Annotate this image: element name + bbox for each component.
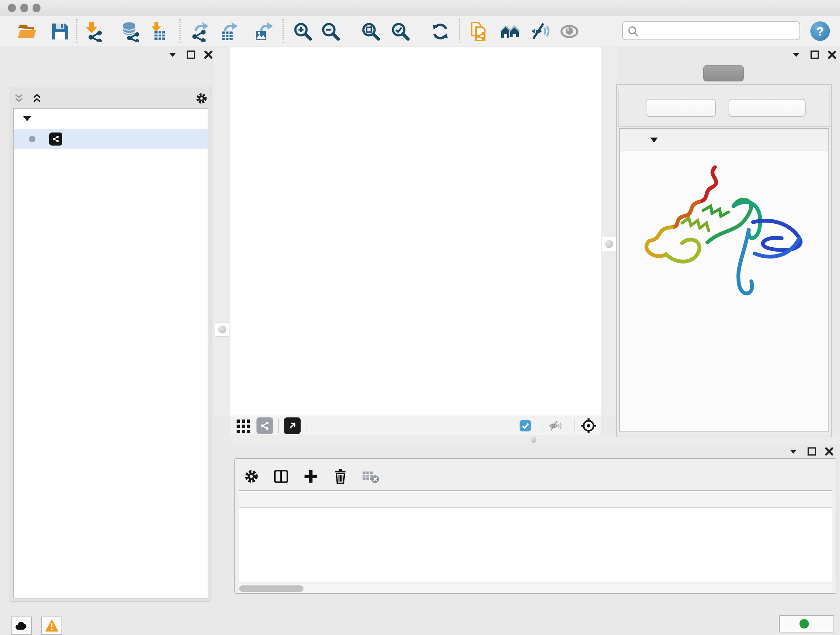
memory-button[interactable] bbox=[779, 615, 834, 632]
window-close-icon[interactable] bbox=[8, 4, 16, 12]
collection-expand-icon[interactable] bbox=[23, 116, 31, 121]
table-hscrollbar-thumb[interactable] bbox=[239, 585, 303, 592]
control-panel bbox=[4, 47, 214, 603]
cloud-status-button[interactable] bbox=[11, 616, 32, 635]
add-column-icon[interactable] bbox=[303, 469, 319, 485]
gene-section-header[interactable] bbox=[620, 129, 829, 151]
help-button[interactable]: ? bbox=[810, 21, 830, 41]
memory-status-dot-icon bbox=[799, 619, 809, 629]
network-tab-content bbox=[9, 87, 212, 602]
zoom-out-icon[interactable] bbox=[320, 21, 341, 42]
collapse-all-button[interactable] bbox=[729, 99, 806, 117]
panel-menu-icon[interactable] bbox=[791, 49, 802, 60]
clone-network-icon[interactable] bbox=[469, 21, 489, 42]
panel-menu-icon[interactable] bbox=[167, 49, 178, 60]
network-share-icon[interactable] bbox=[256, 417, 273, 434]
section-collapse-icon[interactable] bbox=[649, 134, 660, 145]
home-networks-icon[interactable] bbox=[500, 21, 521, 42]
zoom-in-icon[interactable] bbox=[292, 21, 313, 42]
import-network-from-database-icon[interactable] bbox=[121, 21, 142, 42]
node-table bbox=[239, 491, 832, 582]
gene-description bbox=[620, 151, 829, 157]
hidden-eye-icon[interactable] bbox=[548, 419, 564, 432]
table-panel bbox=[234, 444, 837, 608]
toolbar-separator bbox=[283, 19, 284, 43]
search-box bbox=[622, 21, 800, 40]
export-network-icon[interactable] bbox=[189, 21, 210, 42]
show-eye-icon[interactable] bbox=[559, 21, 580, 42]
status-bar bbox=[0, 612, 840, 635]
expand-all-icon[interactable] bbox=[31, 93, 43, 104]
toolbar-separator bbox=[180, 19, 180, 43]
panel-float-icon[interactable] bbox=[810, 50, 820, 60]
refresh-icon[interactable] bbox=[430, 21, 451, 42]
gene-section bbox=[619, 128, 829, 432]
birdseye-grid-icon[interactable] bbox=[235, 418, 251, 434]
delete-column-icon[interactable] bbox=[332, 469, 348, 485]
window-minimize-icon[interactable] bbox=[20, 4, 28, 12]
cloud-icon bbox=[14, 619, 28, 632]
right-splitter[interactable] bbox=[601, 47, 617, 416]
fit-crosshair-icon[interactable] bbox=[580, 417, 597, 434]
import-table-icon[interactable] bbox=[148, 21, 169, 42]
import-network-icon[interactable] bbox=[83, 21, 104, 42]
table-header-row bbox=[239, 491, 832, 508]
delete-table-icon[interactable] bbox=[362, 469, 379, 484]
table-hscrollbar[interactable] bbox=[239, 584, 832, 593]
right-splitter-handle[interactable] bbox=[602, 237, 616, 251]
network-canvas[interactable] bbox=[231, 47, 601, 416]
collapse-all-icon[interactable] bbox=[13, 93, 25, 104]
panel-close-icon[interactable] bbox=[203, 50, 213, 60]
app-window: ? bbox=[0, 0, 840, 635]
left-splitter-handle[interactable] bbox=[215, 322, 229, 337]
open-in-window-icon[interactable] bbox=[284, 417, 301, 434]
network-list bbox=[13, 108, 208, 599]
export-table-icon[interactable] bbox=[218, 21, 240, 42]
panel-close-icon[interactable] bbox=[824, 447, 834, 456]
string-results-box bbox=[616, 84, 832, 437]
hide-selected-icon[interactable] bbox=[530, 21, 551, 42]
window-zoom-icon[interactable] bbox=[33, 4, 41, 12]
search-input[interactable] bbox=[622, 21, 800, 40]
horizontal-splitter-handle[interactable] bbox=[531, 437, 537, 443]
zoom-fit-icon[interactable] bbox=[360, 21, 381, 42]
expand-all-button[interactable] bbox=[646, 99, 716, 117]
left-splitter[interactable] bbox=[214, 47, 231, 416]
results-panel bbox=[616, 47, 837, 438]
zoom-selected-icon[interactable] bbox=[390, 21, 411, 42]
network-view-toolbar bbox=[231, 416, 601, 435]
open-session-icon[interactable] bbox=[16, 21, 37, 42]
toolbar-separator bbox=[459, 19, 460, 43]
show-columns-icon[interactable] bbox=[273, 469, 289, 485]
export-image-icon[interactable] bbox=[253, 21, 274, 42]
table-options-gear-icon[interactable] bbox=[243, 469, 259, 485]
warning-status-button[interactable] bbox=[41, 616, 62, 635]
network-row[interactable] bbox=[14, 129, 208, 149]
network-options-gear-icon[interactable] bbox=[195, 92, 208, 105]
title-bar bbox=[0, 0, 840, 16]
toolbar-separator bbox=[76, 19, 77, 43]
panel-menu-icon[interactable] bbox=[788, 446, 799, 457]
warning-icon bbox=[45, 619, 58, 632]
save-session-icon[interactable] bbox=[50, 21, 71, 42]
main-toolbar: ? bbox=[0, 16, 840, 46]
panel-float-icon[interactable] bbox=[186, 50, 196, 60]
panel-float-icon[interactable] bbox=[807, 447, 817, 456]
search-icon bbox=[627, 25, 639, 37]
panel-close-icon[interactable] bbox=[827, 50, 837, 60]
network-collection-row[interactable] bbox=[14, 109, 208, 129]
protein-structure-image bbox=[639, 160, 809, 312]
selected-checkbox-icon[interactable] bbox=[519, 419, 532, 432]
network-type-icon bbox=[49, 133, 62, 146]
current-network-dot-icon bbox=[29, 136, 35, 142]
tab-string[interactable] bbox=[703, 65, 744, 81]
